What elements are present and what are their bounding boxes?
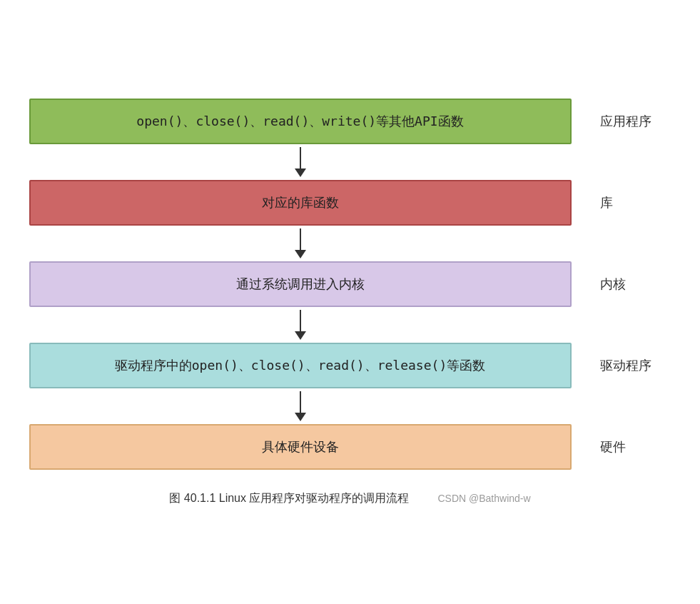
arrow-shape-2 [295,228,306,258]
diagram-title: 图 40.1.1 Linux 应用程序对驱动程序的调用流程 [169,491,409,506]
app-box: open()、close()、read()、write()等其他API函数 [29,99,572,144]
app-box-wrapper: open()、close()、read()、write()等其他API函数 [29,99,600,144]
arrow-1 [29,144,671,180]
arrow-line-3 [300,310,301,331]
hardware-box-wrapper: 具体硬件设备 [29,424,600,470]
kernel-box: 通过系统调用进入内核 [29,261,572,307]
arrow-head-3 [295,331,306,340]
driver-box: 驱动程序中的open()、close()、read()、release()等函数 [29,343,572,388]
arrow-shape-3 [295,310,306,340]
hardware-label: 硬件 [600,438,671,455]
lib-row: 对应的库函数 库 [29,180,671,226]
kernel-box-text: 通过系统调用进入内核 [236,276,365,291]
arrow-2 [29,226,671,261]
kernel-label: 内核 [600,276,671,293]
kernel-row: 通过系统调用进入内核 内核 [29,261,671,307]
lib-box-wrapper: 对应的库函数 [29,180,600,226]
arrow-head-4 [295,413,306,421]
caption-row: 图 40.1.1 Linux 应用程序对驱动程序的调用流程 CSDN @Bath… [29,491,671,506]
hardware-box: 具体硬件设备 [29,424,572,470]
hardware-row: 具体硬件设备 硬件 [29,424,671,470]
app-row: open()、close()、read()、write()等其他API函数 应用… [29,99,671,144]
diagram-container: open()、close()、read()、write()等其他API函数 应用… [29,84,671,520]
driver-box-text: 驱动程序中的open()、close()、read()、release()等函数 [115,358,485,373]
watermark: CSDN @Bathwind-w [437,493,530,504]
arrow-shape-4 [295,391,306,421]
arrow-line-4 [300,391,301,413]
lib-label: 库 [600,194,671,211]
app-box-text: open()、close()、read()、write()等其他API函数 [136,114,463,129]
arrow-3 [29,307,671,343]
hardware-box-text: 具体硬件设备 [262,439,339,454]
lib-box: 对应的库函数 [29,180,572,226]
app-label: 应用程序 [600,113,671,130]
driver-row: 驱动程序中的open()、close()、read()、release()等函数… [29,343,671,388]
arrow-line-2 [300,228,301,250]
driver-label: 驱动程序 [600,357,671,374]
arrow-4 [29,388,671,424]
arrow-head-2 [295,250,306,258]
kernel-box-wrapper: 通过系统调用进入内核 [29,261,600,307]
lib-box-text: 对应的库函数 [262,195,339,210]
arrow-shape-1 [295,147,306,177]
arrow-line-1 [300,147,301,168]
driver-box-wrapper: 驱动程序中的open()、close()、read()、release()等函数 [29,343,600,388]
arrow-head-1 [295,168,306,177]
